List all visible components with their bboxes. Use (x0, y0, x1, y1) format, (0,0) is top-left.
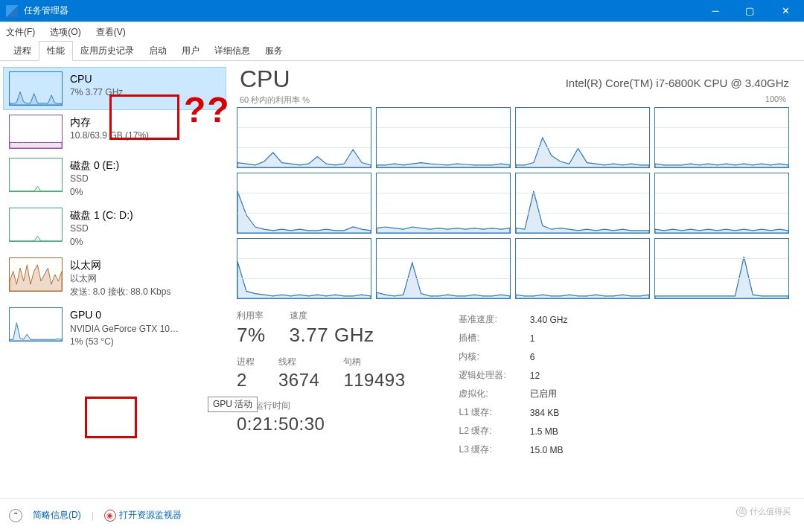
item-line3: 0% (70, 186, 220, 199)
info-value: 6 (530, 348, 568, 365)
cpu-core-charts[interactable] (237, 107, 789, 299)
watermark: 值什么值得买 (736, 506, 791, 517)
resmon-link[interactable]: 打开资源监视器 (119, 510, 182, 520)
proc-value: 2 (237, 370, 255, 391)
info-row: 内核:6 (459, 348, 567, 365)
uptime-label: 正常运行时间 (237, 400, 405, 412)
info-row: 基准速度:3.40 GHz (459, 311, 567, 328)
handle-label: 句柄 (343, 356, 405, 368)
menu-view[interactable]: 查看(V) (93, 25, 129, 40)
core-chart[interactable] (237, 107, 371, 168)
thread-label: 线程 (278, 356, 319, 368)
info-label: L1 缓存: (459, 404, 528, 421)
core-chart[interactable] (515, 238, 650, 299)
info-value: 3.40 GHz (530, 311, 568, 328)
item-name: GPU 0 (70, 307, 220, 322)
item-line3: 1% (53 °C) (70, 336, 220, 348)
menu-options[interactable]: 选项(O) (47, 25, 83, 40)
tab-startup[interactable]: 启动 (141, 42, 174, 60)
sidebar-item-cpu[interactable]: CPU7% 3.77 GHz (3, 67, 226, 110)
item-line3: 发送: 8.0 接收: 88.0 Kbps (70, 286, 220, 298)
speed-label: 速度 (290, 310, 374, 322)
item-name: 磁盘 1 (C: D:) (70, 208, 220, 222)
core-chart[interactable] (515, 173, 650, 234)
range-max: 100% (765, 94, 786, 106)
core-chart[interactable] (237, 173, 371, 234)
core-chart[interactable] (515, 107, 650, 168)
tab-details[interactable]: 详细信息 (207, 42, 258, 60)
core-chart[interactable] (376, 107, 511, 168)
title-bar: 任务管理器 ─ ▢ ✕ (0, 0, 804, 22)
tab-processes[interactable]: 进程 (6, 42, 39, 60)
cpu-info-table: 基准速度:3.40 GHz插槽:1内核:6逻辑处理器:12虚拟化:已启用L1 缓… (457, 310, 569, 460)
app-icon (6, 5, 18, 17)
sidebar-item--[interactable]: 内存10.8/63.9 GB (17%) (3, 110, 226, 153)
close-button[interactable]: ✕ (767, 0, 804, 22)
info-row: L3 缓存:15.0 MB (459, 441, 567, 458)
util-value: 7% (237, 324, 266, 347)
sidebar-item-gpu-0[interactable]: GPU 0NVIDIA GeForce GTX 10…1% (53 °C) (3, 303, 226, 353)
footer-bar: ⌃ 简略信息(D) | ◉打开资源监视器 (0, 498, 804, 532)
item-line2: NVIDIA GeForce GTX 10… (70, 323, 220, 336)
sidebar-item--[interactable]: 以太网以太网发送: 8.0 接收: 88.0 Kbps (3, 253, 226, 303)
core-chart[interactable] (654, 173, 789, 234)
thumb-chart (9, 71, 63, 106)
range-label: 60 秒内的利用率 % (240, 94, 310, 106)
thumb-chart (9, 158, 63, 192)
collapse-icon[interactable]: ⌃ (9, 509, 22, 522)
info-row: 逻辑处理器:12 (459, 367, 567, 384)
main-title: CPU (237, 65, 290, 93)
core-chart[interactable] (654, 238, 789, 299)
core-chart[interactable] (654, 107, 789, 168)
brief-link[interactable]: 简略信息(D) (33, 509, 81, 522)
core-chart[interactable] (237, 238, 371, 299)
info-value: 1 (530, 330, 568, 347)
info-value: 12 (530, 367, 568, 384)
tab-strip: 进程 性能 应用历史记录 启动 用户 详细信息 服务 (0, 42, 804, 61)
info-row: L2 缓存:1.5 MB (459, 423, 567, 440)
menu-file[interactable]: 文件(F) (3, 25, 38, 40)
info-value: 已启用 (530, 385, 568, 403)
info-label: 内核: (459, 348, 528, 365)
info-value: 15.0 MB (530, 441, 568, 458)
item-name: CPU (70, 71, 220, 86)
tab-users[interactable]: 用户 (174, 42, 207, 60)
info-label: 逻辑处理器: (459, 367, 528, 384)
info-value: 384 KB (530, 404, 568, 421)
item-line2: 7% 3.77 GHz (70, 86, 220, 99)
uptime-value: 0:21:50:30 (237, 414, 405, 435)
item-line2: SSD (70, 222, 220, 235)
resmon-icon: ◉ (104, 510, 116, 522)
core-chart[interactable] (376, 173, 511, 234)
info-row: L1 缓存:384 KB (459, 404, 567, 421)
sidebar-item--0-e-[interactable]: 磁盘 0 (E:)SSD0% (3, 153, 226, 203)
menu-bar: 文件(F) 选项(O) 查看(V) (0, 22, 804, 42)
minimize-button[interactable]: ─ (698, 0, 733, 22)
info-label: 虚拟化: (459, 385, 528, 403)
item-line3: 0% (70, 236, 220, 249)
main-panel: CPU Intel(R) Core(TM) i7-6800K CPU @ 3.4… (229, 61, 804, 498)
gpu-tooltip: GPU 活动 (208, 397, 258, 412)
speed-value: 3.77 GHz (290, 324, 374, 347)
proc-label: 进程 (237, 356, 255, 368)
info-label: 基准速度: (459, 311, 528, 328)
info-label: 插槽: (459, 330, 528, 347)
window-title: 任务管理器 (24, 4, 698, 17)
info-label: L2 缓存: (459, 423, 528, 440)
thumb-chart (9, 307, 63, 342)
item-name: 内存 (70, 115, 220, 129)
thumb-chart (9, 257, 63, 292)
tab-app-history[interactable]: 应用历史记录 (73, 42, 141, 60)
tab-services[interactable]: 服务 (258, 42, 290, 60)
core-chart[interactable] (376, 238, 511, 299)
thumb-chart (9, 208, 63, 242)
sidebar-item--1-c-d-[interactable]: 磁盘 1 (C: D:)SSD0% (3, 203, 226, 253)
info-label: L3 缓存: (459, 441, 528, 458)
handle-value: 119493 (343, 370, 405, 391)
maximize-button[interactable]: ▢ (733, 0, 767, 22)
item-name: 磁盘 0 (E:) (70, 158, 220, 173)
resource-sidebar: CPU7% 3.77 GHz内存10.8/63.9 GB (17%)磁盘 0 (… (0, 61, 229, 498)
item-line2: SSD (70, 173, 220, 185)
thread-value: 3674 (278, 370, 319, 391)
tab-performance[interactable]: 性能 (39, 41, 73, 61)
